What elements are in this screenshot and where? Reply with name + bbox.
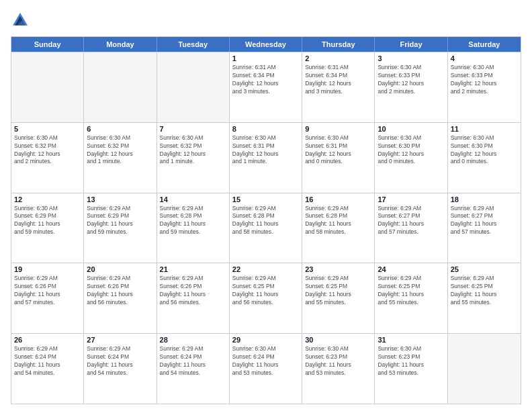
calendar-cell: 1Sunrise: 6:31 AM Sunset: 6:34 PM Daylig…	[230, 52, 302, 122]
calendar-cell	[448, 334, 521, 404]
day-number: 4	[451, 54, 518, 62]
day-info: Sunrise: 6:29 AM Sunset: 6:25 PM Dayligh…	[378, 275, 444, 307]
day-number: 2	[305, 54, 371, 62]
calendar-cell: 12Sunrise: 6:30 AM Sunset: 6:29 PM Dayli…	[11, 193, 84, 263]
calendar-week-1: 1Sunrise: 6:31 AM Sunset: 6:34 PM Daylig…	[11, 52, 521, 122]
logo-icon	[11, 11, 30, 30]
day-info: Sunrise: 6:31 AM Sunset: 6:34 PM Dayligh…	[232, 64, 299, 96]
day-info: Sunrise: 6:29 AM Sunset: 6:28 PM Dayligh…	[160, 205, 226, 237]
calendar-cell: 17Sunrise: 6:29 AM Sunset: 6:27 PM Dayli…	[375, 193, 447, 263]
day-number: 13	[87, 195, 153, 203]
day-number: 17	[378, 195, 444, 203]
day-number: 8	[232, 125, 299, 133]
calendar-cell: 11Sunrise: 6:30 AM Sunset: 6:30 PM Dayli…	[448, 123, 521, 193]
day-info: Sunrise: 6:29 AM Sunset: 6:29 PM Dayligh…	[87, 205, 153, 237]
day-info: Sunrise: 6:29 AM Sunset: 6:26 PM Dayligh…	[87, 275, 153, 307]
day-number: 14	[160, 195, 226, 203]
day-info: Sunrise: 6:30 AM Sunset: 6:29 PM Dayligh…	[14, 205, 81, 237]
day-info: Sunrise: 6:29 AM Sunset: 6:26 PM Dayligh…	[160, 275, 226, 307]
day-number: 31	[378, 336, 444, 344]
logo	[11, 11, 32, 30]
day-info: Sunrise: 6:29 AM Sunset: 6:24 PM Dayligh…	[87, 345, 153, 377]
calendar-cell: 24Sunrise: 6:29 AM Sunset: 6:25 PM Dayli…	[375, 263, 447, 333]
day-info: Sunrise: 6:29 AM Sunset: 6:24 PM Dayligh…	[160, 345, 226, 377]
day-info: Sunrise: 6:29 AM Sunset: 6:24 PM Dayligh…	[14, 345, 81, 377]
day-info: Sunrise: 6:31 AM Sunset: 6:34 PM Dayligh…	[305, 64, 371, 96]
calendar-cell: 9Sunrise: 6:30 AM Sunset: 6:31 PM Daylig…	[302, 123, 375, 193]
day-info: Sunrise: 6:29 AM Sunset: 6:27 PM Dayligh…	[451, 205, 518, 237]
calendar-cell: 23Sunrise: 6:29 AM Sunset: 6:25 PM Dayli…	[302, 263, 375, 333]
day-number: 6	[87, 125, 153, 133]
calendar-cell: 30Sunrise: 6:30 AM Sunset: 6:23 PM Dayli…	[302, 334, 375, 404]
day-number: 27	[87, 336, 153, 344]
calendar-cell: 18Sunrise: 6:29 AM Sunset: 6:27 PM Dayli…	[448, 193, 521, 263]
day-info: Sunrise: 6:30 AM Sunset: 6:23 PM Dayligh…	[305, 345, 371, 377]
calendar-cell: 4Sunrise: 6:30 AM Sunset: 6:33 PM Daylig…	[448, 52, 521, 122]
calendar-week-4: 19Sunrise: 6:29 AM Sunset: 6:26 PM Dayli…	[11, 263, 521, 333]
calendar-cell: 13Sunrise: 6:29 AM Sunset: 6:29 PM Dayli…	[84, 193, 157, 263]
calendar-cell	[84, 52, 157, 122]
day-number: 3	[378, 54, 444, 62]
calendar-cell: 19Sunrise: 6:29 AM Sunset: 6:26 PM Dayli…	[11, 263, 84, 333]
day-info: Sunrise: 6:30 AM Sunset: 6:24 PM Dayligh…	[232, 345, 299, 377]
calendar-cell	[157, 52, 230, 122]
calendar-cell: 6Sunrise: 6:30 AM Sunset: 6:32 PM Daylig…	[84, 123, 157, 193]
calendar-cell: 10Sunrise: 6:30 AM Sunset: 6:30 PM Dayli…	[375, 123, 447, 193]
calendar-cell: 15Sunrise: 6:29 AM Sunset: 6:28 PM Dayli…	[230, 193, 302, 263]
day-info: Sunrise: 6:30 AM Sunset: 6:32 PM Dayligh…	[160, 134, 226, 167]
day-info: Sunrise: 6:29 AM Sunset: 6:25 PM Dayligh…	[451, 275, 518, 307]
day-info: Sunrise: 6:30 AM Sunset: 6:30 PM Dayligh…	[451, 134, 518, 167]
calendar-cell: 8Sunrise: 6:30 AM Sunset: 6:31 PM Daylig…	[230, 123, 302, 193]
calendar-cell: 3Sunrise: 6:30 AM Sunset: 6:33 PM Daylig…	[375, 52, 447, 122]
calendar-week-5: 26Sunrise: 6:29 AM Sunset: 6:24 PM Dayli…	[11, 333, 521, 404]
calendar-week-2: 5Sunrise: 6:30 AM Sunset: 6:32 PM Daylig…	[11, 122, 521, 193]
calendar-cell	[11, 52, 84, 122]
day-number: 29	[232, 336, 299, 344]
day-number: 1	[232, 54, 299, 62]
day-number: 28	[160, 336, 226, 344]
day-number: 18	[451, 195, 518, 203]
day-info: Sunrise: 6:30 AM Sunset: 6:32 PM Dayligh…	[87, 134, 153, 167]
day-of-week-thursday: Thursday	[302, 37, 375, 52]
calendar-cell: 25Sunrise: 6:29 AM Sunset: 6:25 PM Dayli…	[448, 263, 521, 333]
day-of-week-sunday: Sunday	[11, 37, 84, 52]
calendar-cell: 29Sunrise: 6:30 AM Sunset: 6:24 PM Dayli…	[230, 334, 302, 404]
day-of-week-saturday: Saturday	[448, 37, 521, 52]
page-container: SundayMondayTuesdayWednesdayThursdayFrid…	[0, 0, 532, 411]
day-of-week-tuesday: Tuesday	[157, 37, 230, 52]
day-number: 26	[14, 336, 81, 344]
day-number: 25	[451, 265, 518, 273]
day-number: 9	[305, 125, 371, 133]
day-number: 23	[305, 265, 371, 273]
day-of-week-friday: Friday	[375, 37, 447, 52]
day-of-week-monday: Monday	[84, 37, 157, 52]
day-info: Sunrise: 6:29 AM Sunset: 6:25 PM Dayligh…	[232, 275, 299, 307]
calendar-cell: 7Sunrise: 6:30 AM Sunset: 6:32 PM Daylig…	[157, 123, 230, 193]
calendar-cell: 27Sunrise: 6:29 AM Sunset: 6:24 PM Dayli…	[84, 334, 157, 404]
calendar-cell: 31Sunrise: 6:30 AM Sunset: 6:23 PM Dayli…	[375, 334, 447, 404]
day-number: 7	[160, 125, 226, 133]
calendar-cell: 26Sunrise: 6:29 AM Sunset: 6:24 PM Dayli…	[11, 334, 84, 404]
day-number: 16	[305, 195, 371, 203]
calendar-cell: 20Sunrise: 6:29 AM Sunset: 6:26 PM Dayli…	[84, 263, 157, 333]
calendar-body: 1Sunrise: 6:31 AM Sunset: 6:34 PM Daylig…	[11, 52, 521, 404]
day-info: Sunrise: 6:30 AM Sunset: 6:33 PM Dayligh…	[451, 64, 518, 96]
day-number: 30	[305, 336, 371, 344]
day-number: 22	[232, 265, 299, 273]
calendar-cell: 21Sunrise: 6:29 AM Sunset: 6:26 PM Dayli…	[157, 263, 230, 333]
calendar-cell: 22Sunrise: 6:29 AM Sunset: 6:25 PM Dayli…	[230, 263, 302, 333]
header	[11, 11, 521, 30]
day-info: Sunrise: 6:30 AM Sunset: 6:33 PM Dayligh…	[378, 64, 444, 96]
day-number: 19	[14, 265, 81, 273]
day-number: 11	[451, 125, 518, 133]
day-info: Sunrise: 6:29 AM Sunset: 6:28 PM Dayligh…	[232, 205, 299, 237]
day-of-week-wednesday: Wednesday	[230, 37, 302, 52]
day-number: 20	[87, 265, 153, 273]
calendar: SundayMondayTuesdayWednesdayThursdayFrid…	[11, 36, 521, 404]
day-info: Sunrise: 6:30 AM Sunset: 6:23 PM Dayligh…	[378, 345, 444, 377]
calendar-header: SundayMondayTuesdayWednesdayThursdayFrid…	[11, 37, 521, 52]
day-info: Sunrise: 6:29 AM Sunset: 6:25 PM Dayligh…	[305, 275, 371, 307]
day-info: Sunrise: 6:29 AM Sunset: 6:28 PM Dayligh…	[305, 205, 371, 237]
day-number: 10	[378, 125, 444, 133]
calendar-cell: 5Sunrise: 6:30 AM Sunset: 6:32 PM Daylig…	[11, 123, 84, 193]
